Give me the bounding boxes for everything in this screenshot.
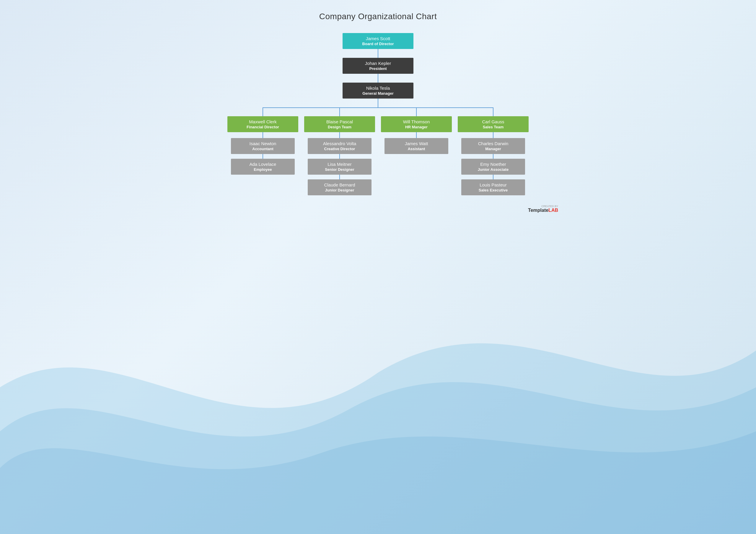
- sub-item-lisa: Lisa Meitner Senior Designer: [304, 159, 375, 179]
- gauss-name: Carl Gauss: [462, 119, 525, 124]
- column-sales: Carl Gauss Sales Team Charles Darwin Man…: [458, 107, 528, 195]
- node-board: James Scott Board of Director: [342, 33, 414, 49]
- louis-name: Louis Pasteur: [465, 182, 521, 187]
- connector-maxwell-sub: [262, 132, 263, 138]
- isaac-role: Accountant: [235, 147, 291, 151]
- board-role: Board of Director: [347, 41, 409, 46]
- connector-gm-h: [378, 98, 378, 107]
- horizontal-branch-line: [263, 107, 493, 108]
- president-role: President: [347, 66, 409, 71]
- gm-role: General Manager: [347, 91, 409, 96]
- box-pascal: Blaise Pascal Design Team: [304, 116, 375, 132]
- connector-v-sales: [493, 107, 494, 116]
- sub-item-emy: Emy Noether Junior Associate: [458, 159, 528, 179]
- connector-emy-louis: [493, 175, 494, 179]
- connector-president-gm: [378, 74, 378, 83]
- page-wrapper: Company Organizational Chart James Scott…: [186, 0, 570, 219]
- top-hierarchy: James Scott Board of Director Johan Kepl…: [204, 33, 552, 98]
- watermark-lab: LAB: [548, 208, 558, 213]
- box-board: James Scott Board of Director: [342, 33, 414, 49]
- claude-name: Claude Bernard: [312, 182, 367, 187]
- volta-name: Alessandro Volta: [312, 141, 367, 146]
- connector-v-financial: [262, 107, 263, 116]
- darwin-name: Charles Darwin: [465, 141, 521, 146]
- gauss-role: Sales Team: [462, 125, 525, 129]
- emy-role: Junior Associate: [465, 167, 521, 172]
- sub-design: Alessandro Volta Creative Director Lisa …: [304, 138, 375, 195]
- box-maxwell: Maxwell Clerk Financial Director: [228, 116, 298, 132]
- node-president: Johan Kepler President: [342, 58, 414, 74]
- louis-role: Sales Executive: [465, 188, 521, 192]
- h-branch-container: Maxwell Clerk Financial Director Isaac N…: [204, 107, 552, 195]
- connector-thomson-sub: [416, 132, 417, 138]
- box-claude: Claude Bernard Junior Designer: [308, 179, 371, 195]
- watermark-brand: TemplateLAB: [528, 208, 558, 213]
- sub-financial: Isaac Newton Accountant Ada Lovelace Emp…: [228, 138, 298, 175]
- ada-role: Employee: [235, 167, 291, 172]
- box-ada: Ada Lovelace Employee: [231, 159, 295, 175]
- box-darwin: Charles Darwin Manager: [461, 138, 525, 154]
- column-design: Blaise Pascal Design Team Alessandro Vol…: [304, 107, 375, 195]
- connector-board-president: [378, 49, 378, 58]
- ada-name: Ada Lovelace: [235, 162, 291, 167]
- chart-title: Company Organizational Chart: [204, 12, 552, 21]
- connector-gauss-sub: [493, 132, 494, 138]
- connector-volta-lisa: [339, 154, 340, 159]
- sub-sales: Charles Darwin Manager Emy Noether Junio…: [458, 138, 528, 195]
- watt-name: James Watt: [389, 141, 444, 146]
- watermark: CREATED BY TemplateLAB: [528, 205, 558, 213]
- president-name: Johan Kepler: [347, 61, 409, 66]
- darwin-role: Manager: [465, 147, 521, 151]
- claude-role: Junior Designer: [312, 188, 367, 192]
- box-watt: James Watt Assistant: [385, 138, 448, 154]
- emy-name: Emy Noether: [465, 162, 521, 167]
- sub-item-isaac: Isaac Newton Accountant: [228, 138, 298, 159]
- branches-section: Maxwell Clerk Financial Director Isaac N…: [204, 98, 552, 195]
- sub-item-claude: Claude Bernard Junior Designer: [304, 179, 375, 195]
- sub-item-ada: Ada Lovelace Employee: [228, 159, 298, 175]
- box-gauss: Carl Gauss Sales Team: [458, 116, 528, 132]
- maxwell-role: Financial Director: [231, 125, 294, 129]
- box-volta: Alessandro Volta Creative Director: [308, 138, 371, 154]
- lisa-role: Senior Designer: [312, 167, 367, 172]
- isaac-name: Isaac Newton: [235, 141, 291, 146]
- connector-darwin-emy: [493, 154, 494, 159]
- pascal-role: Design Team: [308, 125, 371, 129]
- connector-pascal-sub: [339, 132, 340, 138]
- node-gm: Nikola Tesla General Manager: [342, 83, 414, 98]
- box-louis: Louis Pasteur Sales Executive: [461, 179, 525, 195]
- branch-v-design: [304, 107, 375, 116]
- column-financial: Maxwell Clerk Financial Director Isaac N…: [228, 107, 298, 195]
- branch-v-hr: [381, 107, 452, 116]
- sub-item-darwin: Charles Darwin Manager: [458, 138, 528, 159]
- pascal-name: Blaise Pascal: [308, 119, 371, 124]
- connector-v-design: [339, 107, 340, 116]
- watermark-created-by: CREATED BY: [528, 205, 558, 208]
- box-thomson: Will Thomson HR Manager: [381, 116, 452, 132]
- sub-item-watt: James Watt Assistant: [381, 138, 452, 154]
- box-gm: Nikola Tesla General Manager: [342, 83, 414, 98]
- column-hr: Will Thomson HR Manager James Watt Assis…: [381, 107, 452, 195]
- box-lisa: Lisa Meitner Senior Designer: [308, 159, 371, 175]
- box-emy: Emy Noether Junior Associate: [461, 159, 525, 175]
- connector-isaac-ada: [262, 154, 263, 159]
- volta-role: Creative Director: [312, 147, 367, 151]
- thomson-name: Will Thomson: [385, 119, 448, 124]
- lisa-name: Lisa Meitner: [312, 162, 367, 167]
- branch-v-sales: [458, 107, 528, 116]
- branch-columns: Maxwell Clerk Financial Director Isaac N…: [204, 107, 552, 195]
- sub-item-volta: Alessandro Volta Creative Director: [304, 138, 375, 159]
- thomson-role: HR Manager: [385, 125, 448, 129]
- watt-role: Assistant: [389, 147, 444, 151]
- box-isaac: Isaac Newton Accountant: [231, 138, 295, 154]
- sub-hr: James Watt Assistant: [381, 138, 452, 154]
- box-president: Johan Kepler President: [342, 58, 414, 74]
- gm-name: Nikola Tesla: [347, 86, 409, 90]
- sub-item-louis: Louis Pasteur Sales Executive: [458, 179, 528, 195]
- connector-lisa-claude: [339, 175, 340, 179]
- connector-v-hr: [416, 107, 417, 116]
- branch-v-financial: [228, 107, 298, 116]
- watermark-template: Template: [528, 208, 548, 213]
- maxwell-name: Maxwell Clerk: [231, 119, 294, 124]
- board-name: James Scott: [347, 36, 409, 41]
